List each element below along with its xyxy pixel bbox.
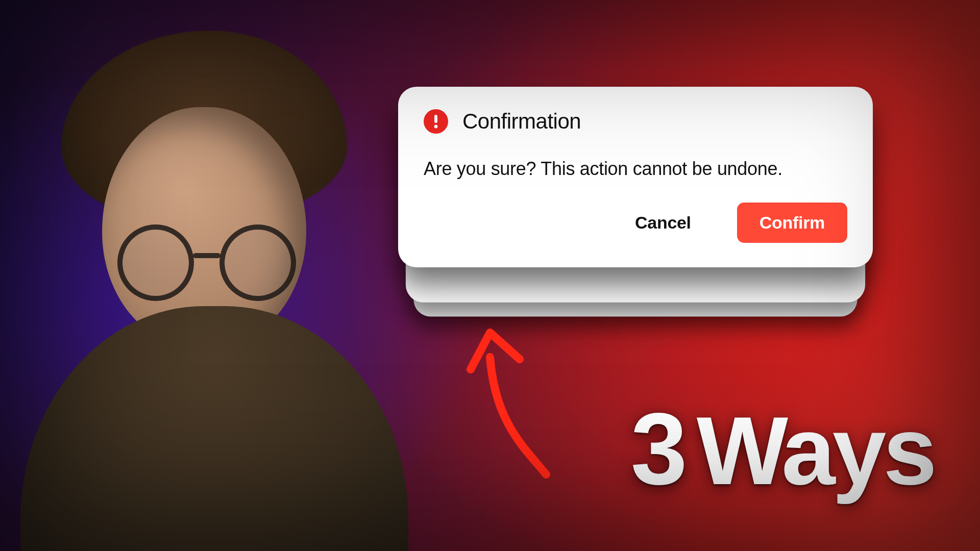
warning-icon [424,109,448,134]
confirm-button[interactable]: Confirm [737,203,847,243]
dialog-message: Are you sure? This action cannot be undo… [424,157,847,180]
presenter-photo [0,0,419,551]
dialog-stack: Confirmation Are you sure? This action c… [398,87,873,301]
dialog-header: Confirmation [424,109,847,134]
dialog-title: Confirmation [462,109,581,134]
dialog-actions: Cancel Confirm [424,203,847,243]
confirmation-dialog: Confirmation Are you sure? This action c… [398,87,873,267]
caption-word: Ways [697,402,934,499]
caption: 3 Ways [630,398,934,500]
svg-rect-0 [434,115,437,123]
cancel-button[interactable]: Cancel [617,204,709,242]
caption-number: 3 [630,398,684,500]
thumbnail-stage: Confirmation Are you sure? This action c… [0,0,980,551]
svg-point-1 [434,125,438,129]
arrow-icon [459,327,572,480]
